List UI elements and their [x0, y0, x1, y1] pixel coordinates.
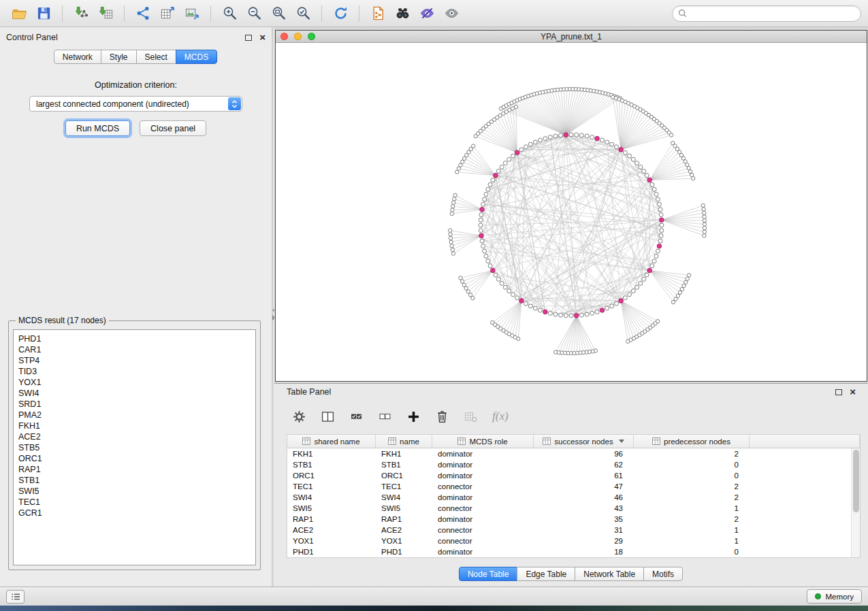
search-box[interactable]	[672, 5, 861, 22]
import-table-icon[interactable]	[93, 3, 118, 24]
mcds-result-item[interactable]: SWI4	[18, 388, 251, 399]
memory-button[interactable]: Memory	[807, 589, 862, 604]
zoom-fit-icon[interactable]	[266, 3, 291, 24]
save-session-icon[interactable]	[31, 3, 56, 24]
mcds-result-item[interactable]: SWI5	[18, 486, 251, 497]
scrollbar-thumb[interactable]	[853, 450, 859, 512]
tab-mcds[interactable]: MCDS	[176, 50, 217, 64]
cell: STB1	[376, 461, 432, 469]
mcds-result-item[interactable]: STP4	[18, 355, 251, 366]
column-header-filler	[750, 435, 860, 448]
export-table-icon[interactable]	[155, 3, 180, 24]
hide-selected-icon[interactable]	[415, 3, 439, 24]
export-network-icon[interactable]	[131, 3, 155, 24]
network-titlebar[interactable]: YPA_prune.txt_1	[276, 31, 867, 43]
table-header-row: shared namenameMCDS rolesuccessor nodesp…	[287, 435, 860, 448]
mcds-result-item[interactable]: TEC1	[18, 497, 251, 508]
cell: 18	[534, 548, 634, 556]
cell: ACE2	[376, 526, 432, 534]
cell: STB1	[287, 461, 376, 469]
mcds-result-list[interactable]: PHD1CAR1STP4TID3YOX1SWI4SRD1PMA2FKH1ACE2…	[13, 329, 256, 565]
clear-icon[interactable]	[464, 410, 478, 424]
cytoscape-window: Control Panel × NetworkStyleSelectMCDS O…	[0, 0, 868, 611]
close-panel-button[interactable]: Close panel	[140, 120, 206, 136]
settings-icon[interactable]	[292, 410, 306, 424]
mcds-result-item[interactable]: RAP1	[18, 464, 251, 475]
table-row[interactable]: SWI4SWI4dominator462	[287, 492, 860, 503]
float-icon[interactable]	[245, 35, 252, 41]
create-column-icon[interactable]	[406, 410, 421, 424]
vertical-scrollbar[interactable]	[851, 448, 860, 557]
tab-node-table[interactable]: Node Table	[459, 567, 518, 581]
mcds-result-item[interactable]: ORC1	[18, 453, 251, 464]
tab-network-table[interactable]: Network Table	[575, 567, 644, 581]
table-row[interactable]: SWI5SWI5connector431	[287, 503, 860, 514]
mcds-result-item[interactable]: SRD1	[18, 399, 251, 410]
search-network-icon[interactable]	[390, 3, 415, 24]
workspace-area: YPA_prune.txt_1 Table Panel × f(x) share…	[274, 27, 868, 587]
tab-network[interactable]: Network	[54, 50, 101, 64]
cell: connector	[432, 537, 534, 545]
split-panel-icon[interactable]	[321, 410, 335, 424]
mcds-result-item[interactable]: STB5	[18, 442, 251, 453]
tab-style[interactable]: Style	[101, 50, 137, 64]
optimization-label: Optimization criterion:	[0, 80, 272, 90]
table-row[interactable]: ACE2ACE2connector311	[287, 525, 860, 535]
table-row[interactable]: PHD1PHD1dominator180	[287, 546, 860, 557]
table-row[interactable]: FKH1FKH1dominator962	[287, 448, 860, 459]
mcds-result-item[interactable]: FKH1	[18, 420, 251, 431]
function-builder-icon[interactable]: f(x)	[492, 410, 509, 423]
toolbar-separator	[359, 5, 359, 22]
optimization-criterion-select[interactable]: largest connected component (undirected)	[29, 96, 242, 112]
run-mcds-button[interactable]: Run MCDS	[65, 120, 130, 136]
zoom-selected-icon[interactable]	[291, 3, 315, 24]
select-all-icon[interactable]	[349, 410, 364, 424]
table-row[interactable]: TEC1TEC1connector472	[287, 481, 860, 492]
mcds-result-box: MCDS result (17 nodes) PHD1CAR1STP4TID3Y…	[8, 316, 261, 570]
open-session-icon[interactable]	[7, 3, 31, 24]
mcds-result-item[interactable]: PHD1	[18, 333, 251, 344]
close-icon[interactable]: ×	[259, 34, 266, 41]
column-header-successor-nodes[interactable]: successor nodes	[534, 435, 634, 448]
float-icon[interactable]	[835, 389, 842, 395]
tab-edge-table[interactable]: Edge Table	[517, 567, 575, 581]
column-header-shared-name[interactable]: shared name	[287, 435, 376, 448]
tab-motifs[interactable]: Motifs	[643, 567, 683, 581]
table-icon	[543, 437, 551, 445]
mcds-result-item[interactable]: PMA2	[18, 410, 251, 420]
import-network-icon[interactable]	[69, 3, 93, 24]
delete-column-icon[interactable]	[435, 410, 449, 424]
cell: SWI4	[287, 493, 376, 501]
mcds-result-item[interactable]: GCR1	[18, 508, 251, 518]
zoom-in-icon[interactable]	[217, 3, 242, 24]
cell: PHD1	[376, 548, 432, 556]
column-header-mcds-role[interactable]: MCDS role	[432, 435, 534, 448]
close-icon[interactable]: ×	[850, 389, 856, 395]
deselect-all-icon[interactable]	[378, 410, 392, 424]
cell: ORC1	[287, 472, 376, 480]
cell: 35	[534, 515, 634, 523]
network-graph[interactable]	[276, 43, 867, 381]
refresh-icon[interactable]	[328, 3, 353, 24]
column-header-name[interactable]: name	[376, 435, 432, 448]
cell: 0	[634, 461, 750, 469]
mcds-result-item[interactable]: TID3	[18, 366, 251, 377]
table-row[interactable]: STB1STB1dominator620	[287, 459, 860, 470]
search-input[interactable]	[690, 9, 855, 18]
table-row[interactable]: RAP1RAP1dominator352	[287, 514, 860, 525]
zoom-out-icon[interactable]	[242, 3, 266, 24]
cell: PHD1	[287, 548, 376, 556]
mcds-result-item[interactable]: STB1	[18, 475, 251, 486]
table-row[interactable]: YOX1YOX1connector291	[287, 535, 860, 546]
share-document-icon[interactable]	[366, 3, 390, 24]
mcds-result-item[interactable]: CAR1	[18, 344, 251, 355]
panel-menu-button[interactable]	[6, 590, 25, 604]
mcds-result-item[interactable]: YOX1	[18, 377, 251, 388]
control-panel-tabs: NetworkStyleSelectMCDS	[0, 50, 272, 64]
export-image-icon[interactable]	[180, 3, 204, 24]
column-header-predecessor-nodes[interactable]: predecessor nodes	[634, 435, 750, 448]
mcds-result-item[interactable]: ACE2	[18, 431, 251, 442]
show-all-icon[interactable]	[439, 3, 464, 24]
tab-select[interactable]: Select	[136, 50, 176, 64]
table-row[interactable]: ORC1ORC1dominator610	[287, 470, 860, 481]
